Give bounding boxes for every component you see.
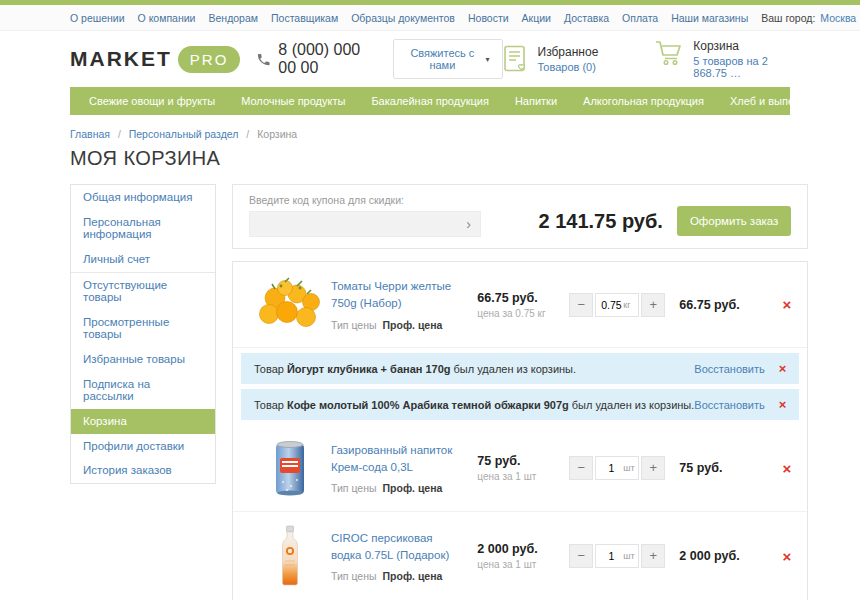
phone-number[interactable]: 8 (000) 000 00 00 <box>278 41 375 77</box>
row-total: 75 руб. <box>679 461 767 475</box>
dismiss-notice-button[interactable]: × <box>779 362 787 375</box>
notice-product-name: Кофе молотый 100% Арабика темной обжарки… <box>287 399 569 411</box>
quantity-box: кг <box>595 293 639 317</box>
cart-item-row: Томаты Черри желтые 750g (Набор) Тип цен… <box>233 262 807 348</box>
contact-us-button[interactable]: Свяжитесь с нами ▾ <box>393 39 502 79</box>
remove-item-button[interactable]: × <box>767 297 791 312</box>
quantity-input[interactable] <box>599 550 623 562</box>
sidebar-item-delivery-profiles[interactable]: Профили доставки <box>71 434 215 459</box>
sidebar: Общая информация Персональная информация… <box>70 184 216 484</box>
unit-price-per: цена за 1 шт <box>477 471 569 482</box>
sidebar-item-missing-products[interactable]: Отсутствующие товары <box>71 273 215 310</box>
topbar-link-news[interactable]: Новости <box>468 12 509 24</box>
price-type: Тип ценыПроф. цена <box>331 570 477 582</box>
quantity-decrease-button[interactable]: − <box>569 293 593 317</box>
topbar-link-documents[interactable]: Образцы документов <box>351 12 455 24</box>
topbar-link-promos[interactable]: Акции <box>522 12 551 24</box>
sidebar-item-cart[interactable]: Корзина <box>71 409 215 434</box>
sidebar-item-general-info[interactable]: Общая информация <box>71 185 215 210</box>
restore-item-link[interactable]: Восстановить <box>694 399 764 411</box>
topbar-right: Ваш город: Москва ▾ Вход | Регистрация <box>761 12 860 24</box>
nav-item-vegetables[interactable]: Свежие овощи и фрукты <box>76 95 228 107</box>
topbar-link-company[interactable]: О компании <box>138 12 196 24</box>
notice-suffix: был удален из корзины. <box>454 363 577 375</box>
breadcrumb-personal[interactable]: Персональный раздел <box>129 128 239 140</box>
city-selector[interactable]: Москва <box>820 12 856 24</box>
sidebar-item-viewed-products[interactable]: Просмотренные товары <box>71 310 215 347</box>
price-type-label: Тип цены <box>331 482 377 494</box>
logo-market-text: MARKET <box>70 47 172 71</box>
unit-price-block: 75 руб. цена за 1 шт <box>477 454 569 482</box>
row-total: 2 000 руб. <box>679 549 767 563</box>
product-link[interactable]: Газированный напиток Крем-сода 0,3L <box>331 442 477 475</box>
unit-price-per: цена за 1 шт <box>477 559 569 570</box>
quantity-input[interactable] <box>599 462 623 474</box>
breadcrumb-current: Корзина <box>257 128 297 140</box>
cart-title: Корзина <box>693 39 786 53</box>
remove-item-button[interactable]: × <box>767 549 791 564</box>
nav-item-dairy[interactable]: Молочные продукты <box>228 95 358 107</box>
chevron-down-icon: ▾ <box>485 55 489 64</box>
topbar-link-solution[interactable]: О решении <box>70 12 125 24</box>
nav-item-drinks[interactable]: Напитки <box>502 95 570 107</box>
quantity-decrease-button[interactable]: − <box>569 456 593 480</box>
quantity-input[interactable] <box>599 299 623 311</box>
sidebar-item-order-history[interactable]: История заказов <box>71 458 215 483</box>
topbar-link-delivery[interactable]: Доставка <box>564 12 609 24</box>
product-image-tomatoes[interactable] <box>249 276 331 334</box>
dismiss-notice-button[interactable]: × <box>779 398 787 411</box>
quantity-stepper: − шт + <box>569 456 679 480</box>
nav-item-bread[interactable]: Хлеб и выпечка <box>717 95 824 107</box>
breadcrumb-home[interactable]: Главная <box>70 128 110 140</box>
nav-item-grocery[interactable]: Бакалейная продукция <box>358 95 501 107</box>
cart-summary-link[interactable]: 5 товаров на 2 868.75 … <box>693 55 786 79</box>
nav-more-button[interactable]: ••• <box>824 96 860 107</box>
price-type-value: Проф. цена <box>383 319 443 331</box>
coupon-label: Введите код купона для скидки: <box>249 194 481 206</box>
price-type-label: Тип цены <box>331 570 377 582</box>
coupon-input[interactable] <box>250 212 457 236</box>
coupon-and-total-bar: Введите код купона для скидки: › 2 141.7… <box>232 184 808 249</box>
unit-price: 75 руб. <box>477 454 569 468</box>
remove-item-button[interactable]: × <box>767 461 791 476</box>
sidebar-item-personal-account[interactable]: Личный счет <box>71 247 215 272</box>
removed-item-notice: Товар Йогурт клубника + банан 170g был у… <box>241 353 799 384</box>
logo[interactable]: MARKET PRO <box>70 46 240 73</box>
topbar-link-suppliers[interactable]: Поставщикам <box>271 12 338 24</box>
product-name-block: Томаты Черри желтые 750g (Набор) Тип цен… <box>331 278 477 330</box>
sidebar-item-personal-info[interactable]: Персональная информация <box>71 210 215 247</box>
total-block: 2 141.75 руб. Оформить заказ <box>538 206 791 237</box>
phone-block: 8 (000) 000 00 00 <box>256 41 375 77</box>
cart-main: Введите код купона для скидки: › 2 141.7… <box>232 184 808 600</box>
product-link[interactable]: CIROC персиковая водка 0.75L (Подарок) <box>331 530 477 563</box>
row-total: 66.75 руб. <box>679 298 767 312</box>
quantity-increase-button[interactable]: + <box>641 544 665 568</box>
product-image-vodka-bottle[interactable] <box>249 525 331 587</box>
cart-widget[interactable]: Корзина 5 товаров на 2 868.75 … <box>654 39 786 79</box>
topbar-link-vendors[interactable]: Вендорам <box>208 12 258 24</box>
product-link[interactable]: Томаты Черри желтые 750g (Набор) <box>331 278 477 311</box>
content: Общая информация Персональная информация… <box>0 184 860 600</box>
topbar-link-stores[interactable]: Наши магазины <box>671 12 748 24</box>
quantity-increase-button[interactable]: + <box>641 456 665 480</box>
cart-text: Корзина 5 товаров на 2 868.75 … <box>693 39 786 79</box>
coupon-input-wrap: › <box>249 211 481 237</box>
quantity-increase-button[interactable]: + <box>641 293 665 317</box>
topbar-link-payment[interactable]: Оплата <box>622 12 658 24</box>
nav-item-alcohol[interactable]: Алкогольная продукция <box>570 95 717 107</box>
notice-prefix: Товар <box>254 363 284 375</box>
unit-price-block: 2 000 руб. цена за 1 шт <box>477 542 569 570</box>
product-image-soda-can[interactable] <box>249 438 331 498</box>
sidebar-item-subscriptions[interactable]: Подписка на рассылки <box>71 372 215 409</box>
coupon-submit-chevron-icon[interactable]: › <box>457 217 480 231</box>
quantity-decrease-button[interactable]: − <box>569 544 593 568</box>
restore-item-link[interactable]: Восстановить <box>694 363 764 375</box>
removed-item-notice: Товар Кофе молотый 100% Арабика темной о… <box>241 389 799 420</box>
checkout-button[interactable]: Оформить заказ <box>677 206 791 236</box>
quantity-stepper: − кг + <box>569 293 679 317</box>
city-label: Ваш город: <box>761 12 815 24</box>
favorites-widget[interactable]: Избранное Товаров (0) <box>503 45 599 73</box>
sidebar-item-favorite-products[interactable]: Избранные товары <box>71 347 215 372</box>
favorites-count-link[interactable]: Товаров (0) <box>538 61 599 73</box>
notice-product-name: Йогурт клубника + банан 170g <box>287 363 451 375</box>
